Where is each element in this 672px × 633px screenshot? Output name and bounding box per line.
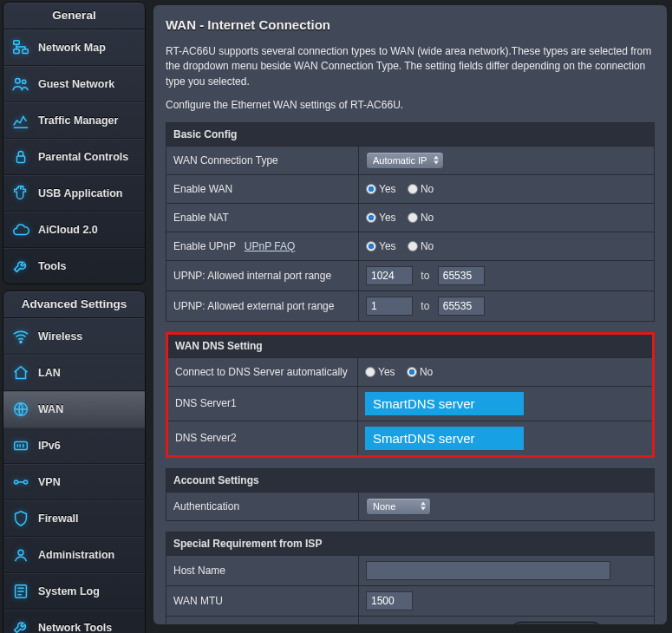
sidebar-item-traffic-manager[interactable]: Traffic Manager <box>3 102 145 139</box>
usb-icon <box>11 184 30 203</box>
sidebar-item-label: IPv6 <box>38 440 61 452</box>
sidebar-item-label: Guest Network <box>38 78 114 90</box>
sidebar-item-network-tools[interactable]: Network Tools <box>3 610 145 633</box>
svg-point-6 <box>20 341 22 343</box>
sidebar-item-ipv6[interactable]: IPv6 <box>3 427 145 464</box>
auth-select[interactable]: None <box>366 498 431 515</box>
enable-upnp-no[interactable] <box>408 241 418 251</box>
enable-nat-yes[interactable] <box>366 212 376 223</box>
sidebar-advanced-header: Advanced Settings <box>3 291 145 318</box>
sidebar-item-vpn[interactable]: VPN <box>3 464 145 500</box>
hostname-label: Host Name <box>166 555 359 585</box>
sidebar-item-guest-network[interactable]: Guest Network <box>3 66 145 102</box>
enable-wan-label: Enable WAN <box>166 174 359 203</box>
sidebar-general-card: General Network Map Guest Network Traffi… <box>3 2 146 284</box>
account-settings-header: Account Settings <box>166 468 655 492</box>
svg-point-3 <box>16 79 20 84</box>
sidebar-general-header: General <box>3 3 145 29</box>
svg-point-11 <box>18 550 23 555</box>
ipv6-icon <box>11 436 30 455</box>
sidebar: General Network Map Guest Network Traffi… <box>0 0 148 633</box>
sidebar-item-label: Network Tools <box>38 622 112 633</box>
vpn-icon <box>11 473 30 492</box>
home-icon <box>11 363 30 382</box>
main-area: WAN - Internet Connection RT-AC66U suppo… <box>148 0 672 633</box>
svg-rect-0 <box>14 41 19 45</box>
dns-server2-input[interactable]: SmartDNS server <box>365 427 524 450</box>
sidebar-item-lan[interactable]: LAN <box>3 355 145 391</box>
sidebar-item-wan[interactable]: WAN <box>3 391 145 427</box>
upnp-ext-from[interactable] <box>366 297 413 316</box>
sidebar-item-label: WAN <box>38 403 63 415</box>
enable-wan-no[interactable] <box>408 184 418 194</box>
guest-icon <box>11 75 30 94</box>
tools-icon <box>11 257 30 276</box>
sidebar-item-label: LAN <box>38 367 61 379</box>
basic-config-header: Basic Config <box>166 122 655 146</box>
upnp-ext-to[interactable] <box>438 297 485 316</box>
sidebar-item-firewall[interactable]: Firewall <box>3 500 145 537</box>
svg-point-10 <box>23 480 27 484</box>
traffic-icon <box>11 111 30 130</box>
svg-point-9 <box>14 480 17 484</box>
sidebar-item-label: AiCloud 2.0 <box>38 224 98 236</box>
enable-wan-yes[interactable] <box>366 184 376 194</box>
sidebar-item-wireless[interactable]: Wireless <box>3 318 145 355</box>
svg-rect-8 <box>15 441 28 449</box>
admin-icon <box>11 545 30 564</box>
page-title: WAN - Internet Connection <box>166 17 655 32</box>
parental-icon <box>11 147 30 166</box>
wan-type-select[interactable]: Automatic IP <box>366 152 444 169</box>
sidebar-item-label: Traffic Manager <box>38 114 118 127</box>
mac-label: MAC Address <box>166 616 359 624</box>
mac-clone-button[interactable]: MAC Clone <box>509 622 604 624</box>
sidebar-item-parental-controls[interactable]: Parental Controls <box>3 139 145 175</box>
globe-icon <box>11 400 30 419</box>
svg-point-4 <box>23 80 26 83</box>
isp-table: Special Requirement from ISP Host Name W… <box>166 532 655 624</box>
enable-upnp-label: Enable UPnP UPnP FAQ <box>166 232 359 260</box>
sidebar-item-usb-application[interactable]: USB Application <box>3 175 145 212</box>
svg-rect-1 <box>23 49 28 54</box>
enable-nat-no[interactable] <box>408 212 418 223</box>
sidebar-item-label: Wireless <box>38 330 82 343</box>
isp-header: Special Requirement from ISP <box>166 532 655 555</box>
sidebar-item-aicloud[interactable]: AiCloud 2.0 <box>3 212 145 248</box>
sidebar-item-label: VPN <box>38 476 61 488</box>
enable-upnp-yes[interactable] <box>366 241 376 251</box>
sidebar-item-label: Firewall <box>38 512 79 525</box>
sidebar-item-network-map[interactable]: Network Map <box>3 29 145 66</box>
basic-config-table: Basic Config WAN Connection Type Automat… <box>166 122 655 322</box>
mtu-input[interactable] <box>366 591 413 610</box>
page-desc-1: RT-AC66U supports several connection typ… <box>166 44 655 89</box>
dns-auto-yes[interactable] <box>365 367 375 377</box>
dns-server2-label: DNS Server2 <box>167 421 358 456</box>
upnp-faq-link[interactable]: UPnP FAQ <box>245 240 295 252</box>
enable-nat-label: Enable NAT <box>166 203 359 232</box>
page-desc-2: Configure the Ethernet WAN settings of R… <box>166 98 655 113</box>
sidebar-item-label: Parental Controls <box>38 151 128 163</box>
wan-dns-table: WAN DNS Setting Connect to DNS Server au… <box>166 332 655 458</box>
upnp-int-label: UPNP: Allowed internal port range <box>166 260 359 290</box>
sidebar-item-label: USB Application <box>38 187 122 199</box>
upnp-int-to[interactable] <box>438 266 485 285</box>
shield-icon <box>11 509 30 528</box>
wifi-icon <box>11 327 30 346</box>
sidebar-item-label: Network Map <box>38 42 106 54</box>
upnp-int-from[interactable] <box>366 266 413 285</box>
content-panel: WAN - Internet Connection RT-AC66U suppo… <box>153 5 667 624</box>
upnp-ext-label: UPNP: Allowed external port range <box>166 290 359 321</box>
hostname-input[interactable] <box>366 561 610 580</box>
cloud-icon <box>11 220 30 239</box>
sidebar-item-administration[interactable]: Administration <box>3 537 145 573</box>
dns-server1-label: DNS Server1 <box>167 386 358 421</box>
sidebar-item-system-log[interactable]: System Log <box>3 573 145 610</box>
dns-server1-input[interactable]: SmartDNS server <box>365 392 524 415</box>
sidebar-item-label: Administration <box>38 549 114 561</box>
dns-auto-label: Connect to DNS Server automatically <box>167 357 358 386</box>
sidebar-item-tools[interactable]: Tools <box>3 248 145 284</box>
log-icon <box>11 582 30 601</box>
dns-auto-no[interactable] <box>407 367 417 377</box>
auth-label: Authentication <box>166 492 359 520</box>
svg-rect-5 <box>16 156 24 162</box>
